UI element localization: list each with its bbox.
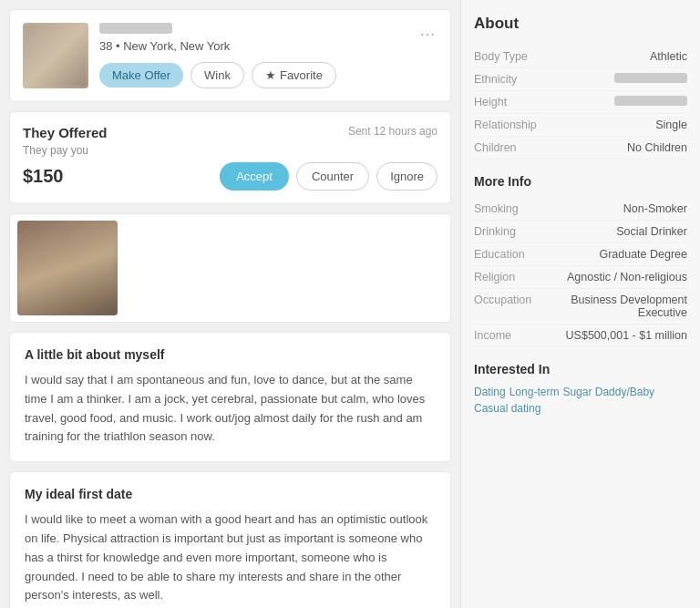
smoking-row: Smoking Non-Smoker (474, 198, 687, 221)
photo-card (9, 213, 451, 323)
tag-sugar: Sugar Daddy/Baby (562, 386, 654, 398)
offer-header: They Offered Sent 12 hours ago (23, 125, 438, 140)
profile-name-blurred (99, 23, 172, 34)
tag-dating: Dating (474, 386, 506, 398)
counter-button[interactable]: Counter (296, 162, 369, 191)
education-label: Education (474, 248, 547, 261)
first-date-body: I would like to meet a woman with a good… (25, 510, 436, 605)
offer-card: They Offered Sent 12 hours ago They pay … (9, 111, 451, 204)
offer-amount: $150 (23, 166, 64, 187)
ethnicity-value (547, 73, 687, 86)
children-value: No Children (547, 141, 687, 154)
tag-long-term: Long-term (510, 386, 560, 398)
avatar (23, 23, 88, 88)
religion-row: Religion Agnostic / Non-religious (474, 266, 687, 289)
offer-title: They Offered (23, 125, 108, 140)
sidebar: About Body Type Athletic Ethnicity Heigh… (460, 0, 700, 608)
interested-tags: Dating Long-term Sugar Daddy/Baby Casual… (474, 386, 687, 415)
body-type-label: Body Type (474, 50, 547, 63)
religion-value: Agnostic / Non-religious (547, 271, 687, 283)
relationship-value: Single (547, 119, 687, 131)
first-date-card: My ideal first date I would like to meet… (9, 471, 451, 608)
body-type-row: Body Type Athletic (474, 46, 687, 68)
children-label: Children (474, 141, 547, 154)
relationship-row: Relationship Single (474, 114, 687, 137)
more-info-title: More Info (474, 174, 687, 189)
interested-title: Interested In (474, 362, 687, 376)
offer-subtitle: They pay you (23, 144, 438, 157)
ethnicity-row: Ethnicity (474, 68, 687, 91)
education-row: Education Graduate Degree (474, 243, 687, 266)
height-blurred (614, 96, 687, 106)
drinking-value: Social Drinker (547, 225, 687, 238)
profile-location: 38 • New York, New York (99, 39, 438, 53)
profile-photo[interactable] (17, 221, 118, 315)
occupation-value: Business Development Executive (547, 294, 687, 319)
occupation-row: Occupation Business Development Executiv… (474, 289, 687, 325)
height-value (547, 96, 687, 108)
offer-bottom: $150 Accept Counter Ignore (23, 162, 438, 191)
tag-casual: Casual dating (474, 402, 540, 415)
religion-label: Religion (474, 271, 547, 283)
profile-actions: Make Offer Wink ★ Favorite (99, 62, 438, 88)
first-date-title: My ideal first date (25, 487, 436, 501)
sidebar-about-title: About (474, 15, 687, 33)
income-row: Income US$500,001 - $1 million (474, 325, 687, 347)
offer-time: Sent 12 hours ago (348, 125, 438, 138)
offer-buttons: Accept Counter Ignore (220, 162, 438, 191)
height-row: Height (474, 91, 687, 114)
wink-button[interactable]: Wink (190, 62, 244, 88)
ignore-button[interactable]: Ignore (376, 162, 438, 191)
ethnicity-blurred (614, 73, 687, 83)
profile-card: 38 • New York, New York Make Offer Wink … (9, 9, 451, 102)
favorite-button[interactable]: ★ Favorite (252, 62, 336, 88)
about-body: I would say that I am spontaneous and fu… (25, 371, 436, 447)
about-card: A little bit about myself I would say th… (9, 332, 451, 462)
body-type-value: Athletic (547, 50, 687, 63)
drinking-label: Drinking (474, 225, 547, 238)
income-value: US$500,001 - $1 million (547, 329, 687, 342)
occupation-label: Occupation (474, 294, 547, 306)
relationship-label: Relationship (474, 119, 547, 131)
ethnicity-label: Ethnicity (474, 73, 547, 86)
income-label: Income (474, 329, 547, 342)
smoking-label: Smoking (474, 202, 547, 215)
profile-info: 38 • New York, New York Make Offer Wink … (99, 23, 438, 88)
about-title: A little bit about myself (25, 347, 436, 362)
accept-button[interactable]: Accept (220, 162, 289, 191)
smoking-value: Non-Smoker (547, 202, 687, 215)
make-offer-button[interactable]: Make Offer (99, 63, 183, 88)
drinking-row: Drinking Social Drinker (474, 221, 687, 243)
height-label: Height (474, 96, 547, 108)
education-value: Graduate Degree (547, 248, 687, 261)
children-row: Children No Children (474, 137, 687, 160)
more-options-button[interactable]: … (419, 21, 438, 40)
star-icon: ★ (265, 68, 276, 82)
